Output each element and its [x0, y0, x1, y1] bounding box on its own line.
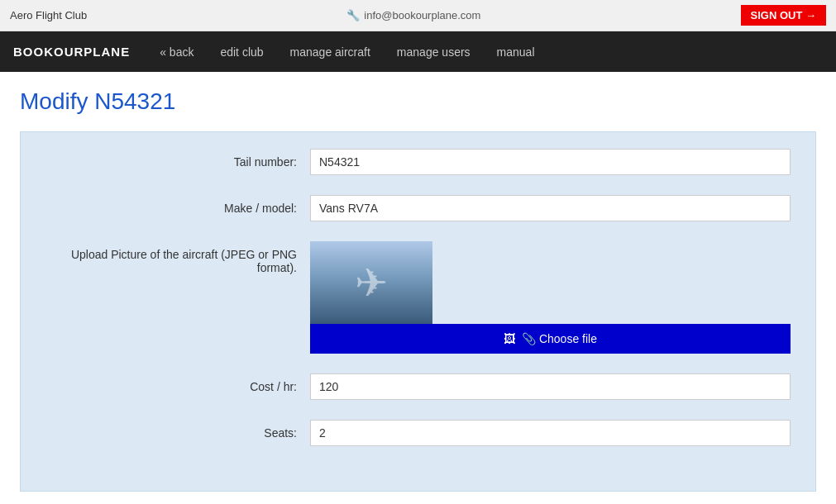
site-title: Aero Flight Club — [10, 9, 87, 21]
tail-number-input[interactable] — [310, 149, 791, 175]
make-model-label: Make / model: — [45, 195, 310, 215]
tail-number-label: Tail number: — [45, 149, 310, 169]
make-model-row: Make / model: — [45, 195, 791, 221]
upload-label: Upload Picture of the aircraft (JPEG or … — [45, 241, 310, 274]
upload-col: 🖼 📎 Choose file — [310, 241, 791, 354]
cost-hr-input[interactable] — [310, 373, 791, 400]
image-icon: 🖼 — [504, 332, 515, 345]
cost-hr-label: Cost / hr: — [45, 373, 310, 393]
upload-row: Upload Picture of the aircraft (JPEG or … — [45, 241, 791, 354]
aircraft-image-preview — [310, 241, 432, 324]
nav-item-edit-club[interactable]: edit club — [207, 32, 276, 72]
top-bar: Aero Flight Club 🔧 info@bookourplane.com… — [0, 0, 836, 31]
wrench-icon: 🔧 — [346, 9, 360, 21]
make-model-input[interactable] — [310, 195, 791, 221]
form-area: Tail number: Make / model: Upload Pictur… — [20, 131, 816, 492]
seats-input[interactable] — [310, 420, 791, 446]
choose-file-button[interactable]: 🖼 📎 Choose file — [310, 324, 791, 354]
page-content: Modify N54321 Tail number: Make / model:… — [0, 72, 836, 504]
seats-row: Seats: — [45, 420, 791, 446]
nav-item-manage-aircraft[interactable]: manage aircraft — [277, 32, 384, 72]
sign-out-button[interactable]: SIGN OUT → — [741, 5, 826, 26]
nav-item-back[interactable]: « back — [146, 32, 207, 72]
cost-hr-row: Cost / hr: — [45, 373, 791, 400]
nav-item-manage-users[interactable]: manage users — [384, 32, 484, 72]
nav-bar: BOOKOURPLANE « back edit club manage air… — [0, 31, 836, 72]
nav-item-manual[interactable]: manual — [484, 32, 548, 72]
seats-label: Seats: — [45, 420, 310, 440]
page-title: Modify N54321 — [20, 88, 816, 115]
email-display: 🔧 info@bookourplane.com — [346, 9, 480, 21]
nav-brand: BOOKOURPLANE — [13, 31, 146, 72]
tail-number-row: Tail number: — [45, 149, 791, 175]
